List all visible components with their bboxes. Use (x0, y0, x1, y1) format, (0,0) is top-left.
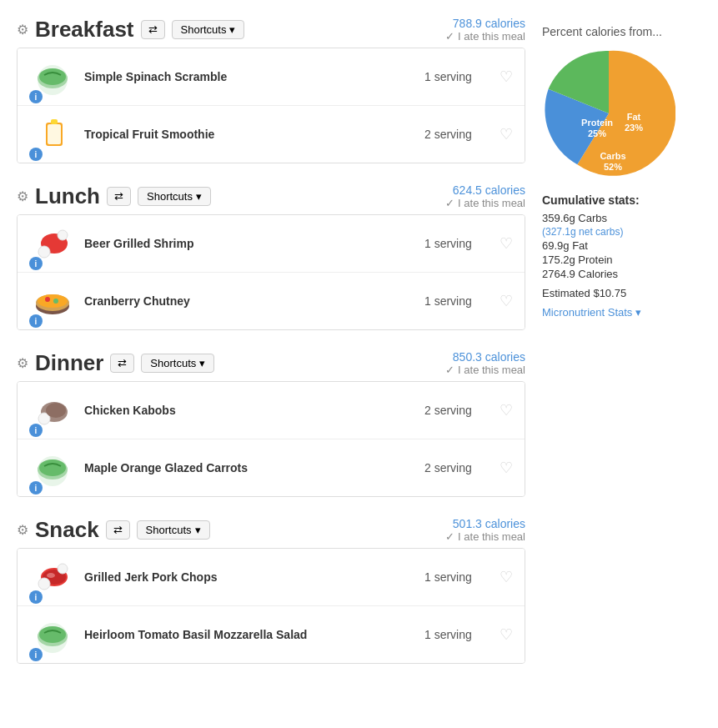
svg-text:52%: 52% (604, 162, 622, 172)
food-item-breakfast-1: i Tropical Fruit Smoothie 2 serving ♡ (18, 106, 525, 163)
ate-meal-dinner[interactable]: ✓ I ate this meal (445, 364, 525, 376)
food-list-lunch: i Beer Grilled Shrimp 1 serving ♡ i Cran… (17, 214, 525, 330)
food-item-lunch-0: i Beer Grilled Shrimp 1 serving ♡ (18, 215, 525, 273)
shortcuts-dropdown-icon-snack: ▾ (195, 524, 201, 536)
svg-point-11 (38, 294, 68, 308)
shortcuts-button-dinner[interactable]: Shortcuts ▾ (141, 354, 214, 373)
shortcuts-label-lunch: Shortcuts (147, 190, 193, 203)
svg-text:Fat: Fat (627, 112, 641, 122)
stat-fat: 69.9g Fat (542, 239, 717, 252)
food-icon-lunch-0: i (29, 223, 76, 264)
shortcuts-dropdown-icon-dinner: ▾ (199, 357, 205, 369)
info-badge-lunch-0[interactable]: i (29, 257, 43, 270)
sort-icon: ⇄ (114, 190, 123, 203)
sort-button-lunch[interactable]: ⇄ (107, 187, 131, 206)
svg-point-19 (39, 459, 66, 476)
gear-icon-lunch[interactable]: ⚙ (17, 188, 28, 204)
shortcuts-button-lunch[interactable]: Shortcuts ▾ (138, 187, 211, 206)
info-badge-breakfast-0[interactable]: i (29, 90, 43, 103)
svg-rect-5 (51, 119, 58, 124)
info-badge-lunch-1[interactable]: i (29, 314, 43, 328)
svg-point-16 (46, 403, 66, 418)
svg-point-2 (39, 68, 66, 85)
food-list-dinner: i Chicken Kabobs 2 serving ♡ i Maple Ora… (17, 381, 525, 497)
svg-point-12 (45, 297, 50, 302)
shortcuts-dropdown-icon-lunch: ▾ (196, 190, 202, 203)
svg-text:Protein: Protein (581, 118, 613, 128)
sort-button-breakfast[interactable]: ⇄ (141, 20, 165, 39)
food-serving-breakfast-1: 2 serving (424, 128, 491, 141)
sort-button-snack[interactable]: ⇄ (106, 520, 130, 540)
info-badge-dinner-1[interactable]: i (29, 481, 43, 495)
food-name-lunch-0[interactable]: Beer Grilled Shrimp (84, 237, 416, 250)
meal-section-lunch: ⚙ Lunch ⇄ Shortcuts ▾ 624.5 calories ✓ I… (17, 183, 525, 330)
meal-calories-breakfast: 788.9 calories ✓ I ate this meal (445, 17, 525, 43)
meal-log: ⚙ Breakfast ⇄ Shortcuts ▾ 788.9 calories… (17, 17, 525, 684)
meal-calories-snack: 501.3 calories ✓ I ate this meal (445, 517, 525, 543)
micronutrient-link[interactable]: Micronutrient Stats ▾ (542, 306, 717, 319)
food-item-dinner-1: i Maple Orange Glazed Carrots 2 serving … (18, 439, 525, 496)
food-name-dinner-0[interactable]: Chicken Kabobs (84, 404, 416, 417)
gear-icon-snack[interactable]: ⚙ (17, 522, 28, 538)
sort-icon: ⇄ (113, 524, 123, 536)
food-icon-lunch-1: i (29, 281, 76, 321)
favorite-button-lunch-1[interactable]: ♡ (500, 292, 513, 310)
info-badge-breakfast-1[interactable]: i (29, 148, 43, 161)
shortcuts-dropdown-icon-breakfast: ▾ (229, 23, 235, 36)
sort-button-dinner[interactable]: ⇄ (110, 354, 134, 373)
food-icon-snack-1: i (29, 615, 76, 655)
food-name-breakfast-0[interactable]: Simple Spinach Scramble (84, 70, 416, 83)
meal-header-breakfast: ⚙ Breakfast ⇄ Shortcuts ▾ 788.9 calories… (17, 17, 525, 43)
food-icon-snack-0: i (29, 557, 76, 597)
shortcuts-button-snack[interactable]: Shortcuts ▾ (137, 520, 210, 540)
favorite-button-breakfast-0[interactable]: ♡ (500, 68, 513, 86)
calories-link-snack[interactable]: 501.3 calories (453, 517, 525, 530)
sort-icon: ⇄ (148, 23, 158, 36)
favorite-button-lunch-0[interactable]: ♡ (500, 234, 513, 253)
food-serving-breakfast-0: 1 serving (424, 70, 491, 83)
ate-meal-snack[interactable]: ✓ I ate this meal (445, 530, 525, 543)
food-name-snack-1[interactable]: Heirloom Tomato Basil Mozzarella Salad (84, 628, 416, 641)
favorite-button-snack-0[interactable]: ♡ (500, 568, 513, 586)
info-badge-snack-1[interactable]: i (29, 648, 43, 661)
info-badge-snack-0[interactable]: i (29, 590, 43, 604)
food-icon-dinner-0: i (29, 390, 76, 430)
calories-link-lunch[interactable]: 624.5 calories (453, 183, 525, 197)
meal-calories-lunch: 624.5 calories ✓ I ate this meal (445, 183, 525, 209)
favorite-button-dinner-1[interactable]: ♡ (500, 459, 513, 477)
favorite-button-breakfast-1[interactable]: ♡ (500, 125, 513, 143)
food-serving-lunch-1: 1 serving (424, 294, 491, 308)
ate-meal-lunch[interactable]: ✓ I ate this meal (445, 197, 525, 209)
info-badge-dinner-0[interactable]: i (29, 424, 43, 437)
gear-icon-dinner[interactable]: ⚙ (17, 355, 28, 371)
gear-icon-breakfast[interactable]: ⚙ (17, 22, 28, 38)
food-item-breakfast-0: i Simple Spinach Scramble 1 serving ♡ (18, 48, 525, 106)
shortcuts-button-breakfast[interactable]: Shortcuts ▾ (172, 20, 245, 39)
food-name-lunch-1[interactable]: Cranberry Chutney (84, 294, 416, 308)
svg-text:23%: 23% (625, 123, 643, 133)
meal-section-snack: ⚙ Snack ⇄ Shortcuts ▾ 501.3 calories ✓ I… (17, 517, 525, 664)
meal-title-dinner: Dinner (35, 350, 103, 376)
ate-label-lunch: I ate this meal (458, 197, 525, 209)
food-name-breakfast-1[interactable]: Tropical Fruit Smoothie (84, 128, 416, 141)
check-icon-lunch: ✓ (445, 197, 454, 209)
food-item-dinner-0: i Chicken Kabobs 2 serving ♡ (18, 382, 525, 439)
svg-point-8 (58, 230, 68, 240)
stat-protein: 175.2g Protein (542, 254, 717, 266)
favorite-button-snack-1[interactable]: ♡ (500, 625, 513, 644)
ate-meal-breakfast[interactable]: ✓ I ate this meal (445, 30, 525, 43)
food-name-dinner-1[interactable]: Maple Orange Glazed Carrots (84, 461, 416, 474)
favorite-button-dinner-0[interactable]: ♡ (500, 401, 513, 419)
food-serving-lunch-0: 1 serving (424, 237, 491, 250)
food-item-lunch-1: i Cranberry Chutney 1 serving ♡ (18, 273, 525, 329)
food-list-breakfast: i Simple Spinach Scramble 1 serving ♡ i … (17, 48, 525, 163)
calories-link-dinner[interactable]: 850.3 calories (453, 350, 525, 364)
cumulative-title: Cumulative stats: (542, 193, 717, 207)
food-icon-dinner-1: i (29, 448, 76, 488)
ate-label-dinner: I ate this meal (458, 364, 525, 376)
food-item-snack-1: i Heirloom Tomato Basil Mozzarella Salad… (18, 606, 525, 663)
calories-link-breakfast[interactable]: 788.9 calories (453, 17, 525, 30)
svg-point-7 (38, 246, 50, 258)
stats-panel: Percent calories from... Protein 25% (542, 17, 717, 684)
food-name-snack-0[interactable]: Grilled Jerk Pork Chops (84, 570, 416, 584)
